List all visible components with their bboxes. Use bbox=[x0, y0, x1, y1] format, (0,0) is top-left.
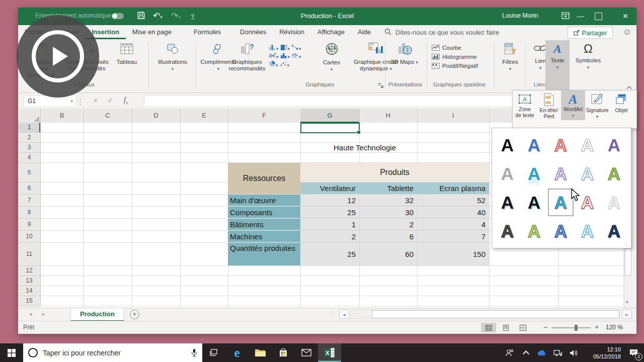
row-header-4[interactable]: 4 bbox=[18, 153, 41, 163]
col-header-B[interactable]: B bbox=[40, 109, 84, 123]
cell-I7[interactable]: 52 bbox=[417, 195, 489, 206]
edge-icon[interactable]: e bbox=[225, 343, 249, 362]
fx-icon[interactable]: fx bbox=[124, 96, 128, 105]
graphiques-dialog-launcher-icon[interactable] bbox=[378, 81, 384, 90]
search-icon[interactable] bbox=[384, 28, 391, 37]
page-layout-view-button[interactable] bbox=[498, 323, 513, 332]
column-chart-icon[interactable]: ▾ bbox=[269, 44, 279, 51]
wordart-style-20[interactable]: A bbox=[601, 217, 627, 245]
waterfall-chart-icon[interactable]: ▾ bbox=[291, 44, 301, 51]
col-header-D[interactable]: D bbox=[132, 109, 181, 123]
wordart-style-8[interactable]: A bbox=[548, 160, 574, 188]
wordart-style-11[interactable]: A bbox=[495, 189, 520, 216]
cancel-formula-icon[interactable]: × bbox=[94, 97, 98, 105]
sheet-tab-production[interactable]: Production bbox=[70, 308, 124, 321]
task-view-button[interactable] bbox=[202, 343, 225, 362]
microsoft-store-icon[interactable] bbox=[272, 343, 295, 362]
mail-icon[interactable] bbox=[295, 343, 318, 362]
selected-cell-G1[interactable] bbox=[300, 123, 360, 133]
wordart-style-12[interactable]: A bbox=[521, 189, 547, 216]
wordart-style-19[interactable]: A bbox=[575, 217, 600, 245]
tab-revision[interactable]: Révision bbox=[273, 25, 311, 39]
share-button[interactable]: Partager bbox=[568, 27, 613, 39]
minimize-button[interactable]: — bbox=[573, 8, 589, 25]
row-header-13[interactable]: 13 bbox=[18, 276, 41, 286]
row-header-10[interactable]: 10 bbox=[18, 231, 41, 243]
volume-icon[interactable] bbox=[566, 343, 582, 362]
col-header-G[interactable]: G bbox=[300, 109, 360, 123]
texte-button[interactable]: A Texte▾ bbox=[545, 41, 570, 71]
wordart-style-15[interactable]: A bbox=[601, 189, 627, 216]
scatter-chart-icon[interactable]: ▾ bbox=[280, 61, 290, 68]
cell-I11[interactable]: 150 bbox=[417, 243, 489, 265]
wordart-style-16[interactable]: A bbox=[495, 217, 520, 245]
zoom-slider-handle[interactable] bbox=[575, 325, 578, 331]
cell-G11[interactable]: 25 bbox=[300, 243, 359, 265]
line-chart-icon[interactable]: ▾ bbox=[269, 52, 279, 59]
start-button[interactable] bbox=[0, 343, 23, 362]
close-button[interactable]: × bbox=[617, 8, 634, 25]
sheet-nav-right-icon[interactable]: ▸ bbox=[42, 311, 45, 317]
cell-H9[interactable]: 2 bbox=[359, 219, 417, 230]
wordart-style-17[interactable]: A bbox=[521, 217, 547, 245]
wordart-style-9[interactable]: A bbox=[575, 160, 600, 188]
col-header-F[interactable]: F bbox=[228, 109, 301, 123]
cartes-button[interactable]: Cartes▾ bbox=[319, 41, 344, 73]
illustrations-button[interactable]: Illustrations▾ bbox=[153, 41, 192, 72]
tab-aide[interactable]: Aide bbox=[351, 25, 377, 39]
cell-label-composants[interactable]: Composants bbox=[228, 207, 300, 218]
tab-donnees[interactable]: Données bbox=[233, 25, 273, 39]
wordart-style-4[interactable]: A bbox=[575, 131, 600, 159]
cell-G7[interactable]: 12 bbox=[300, 195, 359, 206]
network-icon[interactable] bbox=[549, 343, 566, 362]
cell-header-ventilateur[interactable]: Ventilateur bbox=[300, 183, 359, 194]
row-header-2[interactable]: 2 bbox=[18, 133, 41, 143]
ribbon-display-options-icon[interactable] bbox=[561, 12, 570, 22]
col-header-I[interactable]: I bbox=[417, 109, 490, 123]
row-header-9[interactable]: 9 bbox=[18, 219, 41, 231]
cell-label-batiments[interactable]: Bâtiments bbox=[228, 219, 300, 230]
filtres-button[interactable]: Filtres▾ bbox=[497, 41, 523, 72]
treemap-chart-icon[interactable]: ▾ bbox=[280, 44, 290, 51]
symboles-button[interactable]: Ω Symboles▾ bbox=[573, 41, 604, 71]
row-header-8[interactable]: 8 bbox=[18, 207, 41, 219]
onedrive-cloud-icon[interactable] bbox=[533, 343, 549, 362]
3d-maps-button[interactable]: 3D Maps ▾ bbox=[388, 41, 421, 66]
row-header-12[interactable]: 12 bbox=[18, 266, 41, 276]
table-button[interactable]: Tableau bbox=[113, 41, 141, 65]
wordart-style-5[interactable]: A bbox=[601, 131, 627, 159]
hscroll-left-arrow[interactable]: ◂ bbox=[339, 310, 349, 319]
cell-I8[interactable]: 40 bbox=[417, 207, 489, 218]
row-header-5[interactable]: 5 bbox=[18, 163, 41, 183]
cell-G8[interactable]: 25 bbox=[300, 207, 359, 218]
excel-taskbar-icon[interactable]: X bbox=[318, 343, 341, 362]
clock[interactable]: 12:10 05/12/2018 bbox=[582, 343, 623, 362]
tab-formules[interactable]: Formules bbox=[187, 25, 227, 39]
entete-pied-button[interactable]: En-tête/Pied bbox=[537, 90, 561, 121]
recommended-charts-button[interactable]: ? Graphiques recommandés bbox=[225, 41, 269, 72]
panel-resize-handle[interactable]: ⋱ bbox=[624, 242, 629, 247]
col-header-E[interactable]: E bbox=[180, 109, 228, 123]
combo-chart-icon[interactable]: ▾ bbox=[291, 52, 301, 59]
zoom-level[interactable]: 120 % bbox=[606, 324, 623, 331]
wordart-style-6[interactable]: A bbox=[495, 160, 520, 188]
sparkline-courbe-button[interactable]: Courbe bbox=[432, 45, 478, 51]
row-header-14[interactable]: 14 bbox=[18, 286, 41, 296]
normal-view-button[interactable] bbox=[481, 323, 496, 332]
cell-title-haute-technologie[interactable]: Haute Technologie bbox=[302, 143, 428, 152]
show-hidden-icons-chevron[interactable] bbox=[518, 343, 533, 362]
objet-button[interactable]: Objet bbox=[609, 90, 633, 115]
fill-handle[interactable] bbox=[357, 130, 361, 134]
cell-G10[interactable]: 2 bbox=[300, 231, 359, 242]
cell-header-ecran-plasma[interactable]: Ecran plasma bbox=[417, 183, 489, 194]
file-explorer-icon[interactable] bbox=[249, 343, 272, 362]
sparkline-histogramme-button[interactable]: Histogramme bbox=[432, 54, 478, 60]
page-break-view-button[interactable] bbox=[515, 323, 530, 332]
taskbar-search-box[interactable]: Taper ici pour rechercher bbox=[23, 343, 202, 362]
vscroll-thumb[interactable] bbox=[625, 248, 631, 276]
wordart-style-7[interactable]: A bbox=[521, 160, 547, 188]
row-header-15[interactable]: 15 bbox=[18, 296, 41, 306]
cell-label-quantites-produites[interactable]: Quantités produites bbox=[228, 243, 300, 265]
sheet-nav-left-icon[interactable]: ◂ bbox=[29, 311, 32, 317]
row-header-11[interactable]: 11 bbox=[18, 243, 41, 266]
